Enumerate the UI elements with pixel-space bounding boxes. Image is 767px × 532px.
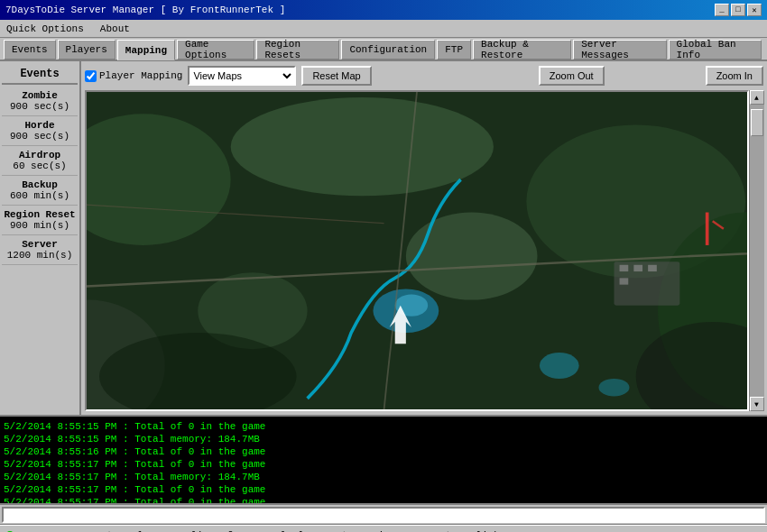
map-visual[interactable] <box>87 92 747 409</box>
log-line-3: 5/2/2014 8:55:17 PM : Total of 0 in the … <box>4 458 763 471</box>
player-mapping-label[interactable]: Player Mapping <box>85 70 182 82</box>
input-bar <box>0 505 767 525</box>
sidebar-zombie: Zombie 900 sec(s) <box>2 87 78 116</box>
view-maps-select[interactable]: View Maps Satellite Terrain <box>188 66 296 86</box>
tab-configuration[interactable]: Configuration <box>341 40 435 60</box>
tab-ftp[interactable]: FTP <box>437 40 471 60</box>
tab-region-resets[interactable]: Region Resets <box>256 40 339 60</box>
sidebar-airdrop: Airdrop 60 sec(s) <box>2 146 78 176</box>
svg-point-11 <box>598 379 629 396</box>
svg-rect-13 <box>620 265 629 271</box>
sidebar-region-reset: Region Reset 900 min(s) <box>2 206 78 235</box>
zoom-in-button[interactable]: Zoom In <box>706 66 763 86</box>
menu-bar: Quick Options About <box>0 20 767 38</box>
scroll-thumb[interactable] <box>751 109 763 136</box>
map-scrollbar: ▲ ▼ <box>749 90 763 411</box>
title-bar: 7DaysToDie Server Manager [ By FrontRunn… <box>0 0 767 20</box>
scroll-track[interactable] <box>750 105 764 397</box>
minimize-button[interactable]: _ <box>715 4 729 16</box>
map-area: Player Mapping View Maps Satellite Terra… <box>81 61 767 415</box>
tab-events[interactable]: Events <box>4 40 56 60</box>
player-mapping-checkbox[interactable] <box>85 70 97 82</box>
svg-point-10 <box>540 353 579 379</box>
log-line-5: 5/2/2014 8:55:17 PM : Total of 0 in the … <box>4 483 763 496</box>
scroll-up-arrow[interactable]: ▲ <box>750 90 764 105</box>
map-toolbar: Player Mapping View Maps Satellite Terra… <box>85 65 763 87</box>
status-bar: Server Status | 0 Players Online of 10 T… <box>0 525 767 532</box>
log-line-6: 5/2/2014 8:55:17 PM : Total of 0 in the … <box>4 496 763 505</box>
svg-rect-15 <box>648 265 657 271</box>
command-input[interactable] <box>2 507 765 523</box>
reset-map-button[interactable]: Reset Map <box>301 66 371 86</box>
log-line-2: 5/2/2014 8:55:16 PM : Total of 0 in the … <box>4 445 763 458</box>
title-bar-controls: _ □ ✕ <box>715 4 762 16</box>
tab-global-ban-info[interactable]: Global Ban Info <box>669 40 762 60</box>
log-line-1: 5/2/2014 8:55:15 PM : Total memory: 184.… <box>4 433 763 445</box>
maximize-button[interactable]: □ <box>731 4 745 16</box>
sidebar: Events Zombie 900 sec(s) Horde 900 sec(s… <box>0 61 81 415</box>
sidebar-backup: Backup 600 min(s) <box>2 176 78 206</box>
svg-point-6 <box>406 213 538 300</box>
log-area: 5/2/2014 8:55:15 PM : Total of 0 in the … <box>0 415 767 505</box>
tab-game-options[interactable]: Game Options <box>177 40 254 60</box>
title-bar-title: 7DaysToDie Server Manager [ By FrontRunn… <box>5 5 285 15</box>
events-header: Events <box>2 65 78 85</box>
tab-mapping[interactable]: Mapping <box>117 40 175 60</box>
sidebar-horde: Horde 900 sec(s) <box>2 116 78 146</box>
log-line-0: 5/2/2014 8:55:15 PM : Total of 0 in the … <box>4 420 763 433</box>
tab-bar: Events Players Mapping Game Options Regi… <box>0 38 767 61</box>
svg-rect-14 <box>633 265 642 271</box>
menu-quick-options[interactable]: Quick Options <box>4 23 87 35</box>
zoom-out-button[interactable]: Zoom Out <box>539 66 605 86</box>
sidebar-server: Server 1200 min(s) <box>2 235 78 265</box>
scroll-down-arrow[interactable]: ▼ <box>750 397 764 411</box>
tab-server-messages[interactable]: Server Messages <box>573 40 666 60</box>
map-container <box>85 90 749 411</box>
log-line-4: 5/2/2014 8:55:17 PM : Total memory: 184.… <box>4 471 763 483</box>
svg-rect-16 <box>620 278 629 284</box>
tab-players[interactable]: Players <box>58 40 116 60</box>
svg-point-2 <box>231 97 494 196</box>
close-button[interactable]: ✕ <box>747 4 762 16</box>
main-content: Events Zombie 900 sec(s) Horde 900 sec(s… <box>0 61 767 415</box>
menu-about[interactable]: About <box>97 23 133 35</box>
tab-backup-restore[interactable]: Backup & Restore <box>473 40 571 60</box>
